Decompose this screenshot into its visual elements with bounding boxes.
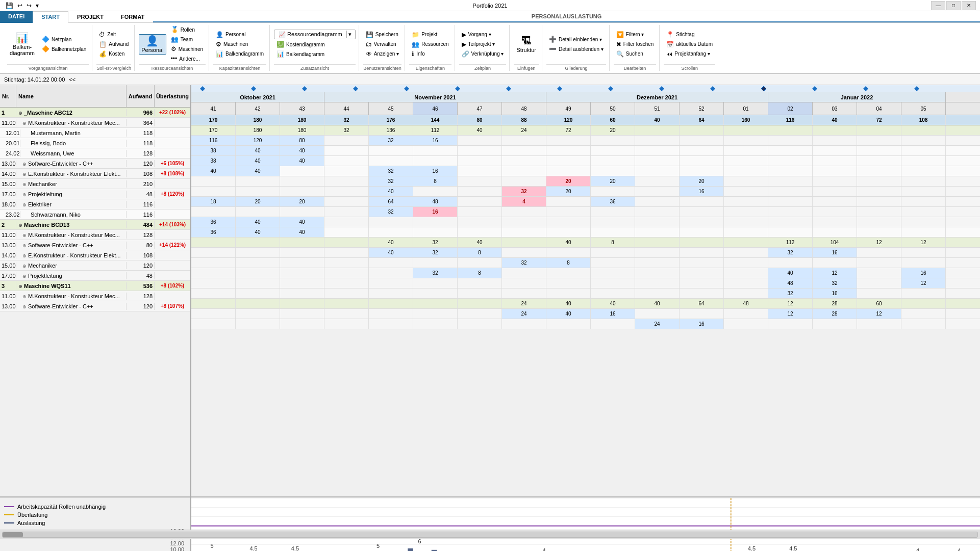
btn-teilprojekt[interactable]: ▶Teilprojekt ▾ <box>459 40 507 49</box>
table-row[interactable]: 11.001 ⊕M.Konstrukteur - Konstrukteur Me… <box>0 118 190 128</box>
table-row[interactable]: 13.001 ⊕Software-Entwickler - C++ 120 +6… <box>0 159 190 169</box>
gantt-data-cell <box>591 156 635 166</box>
btn-personal[interactable]: 👤 Personal <box>139 34 166 55</box>
gantt-data-cell <box>813 176 857 186</box>
btn-speichern[interactable]: 💾Speichern <box>363 30 401 39</box>
btn-aufwand[interactable]: 📋Aufwand <box>96 40 131 49</box>
btn-ressourcen[interactable]: 👥Ressourcen <box>409 40 451 49</box>
btn-kap-personal[interactable]: 👤Personal <box>213 30 266 39</box>
table-row[interactable]: 17.001 ⊕Projektleitung 48 +8 (120%) <box>0 189 190 199</box>
dropdown-icon[interactable]: ▾ <box>34 2 40 10</box>
btn-rollen[interactable]: 🏅Rollen <box>168 25 206 34</box>
table-row[interactable]: 17.001 ⊕Projektleitung 48 <box>0 271 190 281</box>
gantt-data-cell: 32 <box>324 125 369 135</box>
cell-ueberlastung: +8 (120%) <box>155 191 190 197</box>
group-label-eigenschaften: Eigenschaften <box>409 64 451 71</box>
gantt-data-row: 1820206448436 <box>191 197 980 207</box>
group-gliederung: ➕Detail einblenden ▾ ➖Detail ausblenden … <box>543 25 610 71</box>
gantt-data-cell: 40 <box>280 217 324 227</box>
tab-projekt[interactable]: PROJEKT <box>68 11 112 23</box>
cell-nr: 15.001 <box>0 262 16 269</box>
table-row[interactable]: 23.02 Schwarzmann, Niko 116 <box>0 209 190 220</box>
btn-verknuepfung[interactable]: 🔗Verknüpfung ▾ <box>459 49 507 59</box>
btn-zeit[interactable]: ⏱Zeit <box>96 30 131 39</box>
btn-kostendiagramm[interactable]: 💹Kostendiagramm <box>274 40 356 49</box>
table-row[interactable]: 1 ⊕_Maschine ABC12 966 +22 (102%) <box>0 108 190 118</box>
table-row[interactable]: 11.001 ⊕M.Konstrukteur - Konstrukteur Me… <box>0 230 190 240</box>
cell-aufwand: 536 <box>127 282 155 290</box>
table-row[interactable]: 15.001 ⊕Mechaniker 210 <box>0 179 190 189</box>
svg-text:6: 6 <box>418 538 421 544</box>
table-row[interactable]: 15.001 ⊕Mechaniker 120 <box>0 260 190 271</box>
svg-marker-6 <box>506 86 511 91</box>
redo-icon[interactable]: ↪ <box>25 2 33 10</box>
gantt-data-cell <box>813 146 857 155</box>
save-icon[interactable]: 💾 <box>4 2 15 10</box>
table-row[interactable]: 13.001 ⊕Software-Entwickler - C++ 120 +8… <box>0 301 190 311</box>
minimize-button[interactable]: — <box>931 1 945 10</box>
btn-projektanfang[interactable]: ⏮Projektanfang ▾ <box>664 49 715 59</box>
gantt-data-cell <box>191 268 236 278</box>
btn-struktur[interactable]: 🏗 Struktur <box>514 34 539 55</box>
btn-zus-balken[interactable]: 📊Balkendiagramm <box>274 49 356 59</box>
btn-andere[interactable]: •••Andere... <box>168 54 206 63</box>
table-row[interactable]: 14.001 ⊕E.Konstrukteur - Konstrukteur El… <box>0 169 190 179</box>
quick-access-toolbar[interactable]: 💾 ↩ ↪ ▾ <box>4 2 40 10</box>
gantt-week-cell: 44 <box>324 102 369 115</box>
btn-filter-loeschen[interactable]: ✖Filter löschen <box>614 40 656 49</box>
gantt-data-cell <box>280 258 324 268</box>
gantt-data-cell: 64 <box>680 299 724 308</box>
gantt-week-cell: 49 <box>546 102 591 115</box>
table-row[interactable]: 12.01 Mustermann, Martin 118 <box>0 128 190 138</box>
table-row[interactable]: 13.001 ⊕Software-Entwickler - C++ 80 +14… <box>0 240 190 250</box>
btn-kap-maschinen[interactable]: ⚙Maschinen <box>213 40 266 49</box>
scrollbar-track[interactable] <box>2 532 978 538</box>
tab-start[interactable]: START <box>33 11 68 23</box>
btn-balkendiagramm[interactable]: 📊 Balken-diagramm <box>7 31 37 58</box>
btn-vorgang[interactable]: ▶Vorgang ▾ <box>459 30 507 39</box>
btn-anzeigen[interactable]: 👁Anzeigen ▾ <box>363 49 401 59</box>
btn-detail-ausblenden[interactable]: ➖Detail ausblenden ▾ <box>546 44 606 54</box>
table-row[interactable]: 2 ⊕Maschine BCD13 484 +14 (103%) <box>0 220 190 230</box>
btn-team[interactable]: 👥Team <box>168 35 206 44</box>
table-row[interactable]: 14.001 ⊕E.Konstrukteur - Konstrukteur El… <box>0 250 190 260</box>
btn-ressourcendiagramm[interactable]: 📈 Ressourcendiagramm▾ <box>274 30 356 39</box>
gantt-data-cell: 32 <box>369 136 413 145</box>
table-row[interactable]: 18.001 ⊕Elektriker 116 <box>0 199 190 209</box>
table-row[interactable]: 11.001 ⊕M.Konstrukteur - Konstrukteur Me… <box>0 291 190 301</box>
gantt-data-cell: 12 <box>901 238 946 247</box>
btn-projekt[interactable]: 📁Projekt <box>409 30 451 39</box>
ribbon: DATEI START PROJEKT FORMAT PERSONALAUSLA… <box>0 11 980 74</box>
table-row[interactable]: 3 ⊕Maschine WQS11 536 +8 (102%) <box>0 281 190 291</box>
maximize-button[interactable]: □ <box>946 1 961 10</box>
undo-icon[interactable]: ↩ <box>16 2 24 10</box>
app-title: Portfolio 2021 <box>473 3 508 9</box>
gantt-data-cell <box>324 268 369 278</box>
gantt-data-cell <box>857 136 901 145</box>
balkendiagramm-icon: 📊 <box>16 33 29 43</box>
btn-info[interactable]: ℹInfo <box>409 49 451 59</box>
btn-detail-einblenden[interactable]: ➕Detail einblenden ▾ <box>546 35 606 44</box>
tab-datei[interactable]: DATEI <box>0 11 33 23</box>
gantt-month-cell: Dezember 2021 <box>546 92 768 102</box>
gantt-data-cell <box>768 197 813 206</box>
close-button[interactable]: ✕ <box>962 1 976 10</box>
table-row[interactable]: 24.02 Weissmann, Uwe 128 <box>0 148 190 159</box>
btn-maschinen[interactable]: ⚙Maschinen <box>168 44 206 54</box>
btn-kosten[interactable]: 💰Kosten <box>96 49 131 59</box>
gantt-data-cell <box>768 166 813 176</box>
btn-suchen[interactable]: 🔍Suchen <box>614 49 656 59</box>
nav-back-icon[interactable]: << <box>69 76 76 83</box>
cell-name: ⊕Software-Entwickler - C++ <box>16 160 127 167</box>
horizontal-scrollbar[interactable] <box>0 530 980 539</box>
btn-balkennetzplan[interactable]: 🔶Balkennetzplan <box>39 44 89 54</box>
window-controls[interactable]: — □ ✕ <box>931 1 976 10</box>
table-row[interactable]: 20.01 Fleissig, Bodo 118 <box>0 138 190 148</box>
btn-verwalten[interactable]: 🗂Verwalten <box>363 40 401 49</box>
btn-netzplan[interactable]: 🔷Netzplan <box>39 35 89 44</box>
btn-kap-balken[interactable]: 📊Balkendiagramm <box>213 49 266 59</box>
btn-filtern[interactable]: 🔽Filtern ▾ <box>614 30 656 39</box>
btn-aktuelles-datum[interactable]: 📅aktuelles Datum <box>664 40 715 49</box>
btn-stichtag[interactable]: 📍Stichtag <box>664 30 715 39</box>
tab-format[interactable]: FORMAT <box>112 11 153 23</box>
